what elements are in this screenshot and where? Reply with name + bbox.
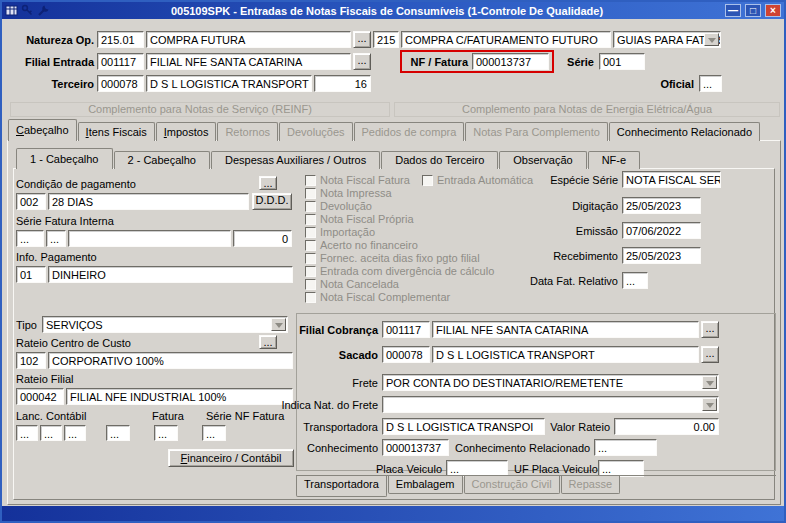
valor-rateio-field[interactable]: 0.00: [614, 418, 719, 435]
rateio-centro-custo-lookup-button[interactable]: ...: [259, 335, 277, 349]
close-button[interactable]: ×: [765, 4, 781, 17]
tab-dados-do-terceiro[interactable]: Dados do Terceiro: [381, 151, 498, 169]
tab-label: Notas Para Complemento: [473, 126, 600, 138]
ddd-button[interactable]: D.D.D.: [252, 193, 292, 210]
tab-transportadora[interactable]: Transportadora: [296, 476, 387, 497]
filial-entrada-desc-field[interactable]: FILIAL NFE SANTA CATARINA: [146, 53, 351, 70]
natureza-op-number-field[interactable]: 215: [373, 31, 399, 48]
checkbox-icon: [305, 201, 316, 212]
checkbox-label: Entrada com divergência de cálculo: [320, 265, 494, 277]
conhecimento-label: Conhecimento: [296, 442, 378, 454]
chevron-down-icon[interactable]: [702, 376, 717, 389]
data-fat-relativo-field[interactable]: ...: [622, 272, 648, 289]
tab-devolucoes: Devoluções: [279, 122, 352, 141]
tab-observacao[interactable]: Observação: [499, 151, 586, 169]
condicao-pagamento-lookup-button[interactable]: ...: [259, 176, 277, 190]
serie-field[interactable]: 001: [599, 53, 645, 70]
tab-despesas-auxiliares[interactable]: Despesas Auxiliares / Outros: [211, 151, 380, 169]
filial-entrada-lookup-button[interactable]: ...: [353, 53, 371, 70]
filial-cobranca-code-field[interactable]: 001117: [382, 321, 430, 338]
terceiro-desc-field[interactable]: D S L LOGISTICA TRANSPORT: [146, 75, 312, 92]
serie-fatura-field-4[interactable]: 0: [233, 230, 292, 247]
chevron-down-icon[interactable]: [702, 398, 717, 411]
conhecimento-field[interactable]: 000013737: [382, 439, 449, 456]
tab-impostos[interactable]: Impostos: [156, 122, 217, 141]
emissao-field[interactable]: 07/06/2022: [622, 222, 701, 239]
sacado-lookup-button[interactable]: ...: [701, 346, 719, 363]
rateio-centro-custo-desc-field[interactable]: CORPORATIVO 100%: [48, 352, 293, 369]
chevron-down-icon[interactable]: [271, 318, 286, 331]
checkbox-icon: [422, 175, 433, 186]
tab-2-cabecalho[interactable]: 2 - Cabeçalho: [114, 151, 211, 169]
filial-cobranca-label: Filial Cobrança: [296, 324, 378, 336]
serie-nf-fatura-field[interactable]: ...: [202, 425, 226, 441]
info-pagamento-label: Info. Pagamento: [16, 251, 97, 263]
guias-faturamento-select[interactable]: GUIAS PARA FATURAI: [613, 31, 721, 48]
condicao-pagamento-code-field[interactable]: 002: [16, 193, 46, 210]
tab-conhecimento-relacionado[interactable]: Conhecimento Relacionado: [609, 122, 760, 141]
transportadora-field[interactable]: D S L LOGISTICA TRANSPOI: [382, 418, 545, 435]
condicao-pagamento-desc-field[interactable]: 28 DIAS: [48, 193, 249, 210]
tab-notas-para-complemento: Notas Para Complemento: [465, 122, 608, 141]
frete-select[interactable]: POR CONTA DO DESTINATARIO/REMETENTE: [382, 374, 719, 391]
natureza-op-code-field[interactable]: 215.01: [97, 31, 144, 48]
tab-itens-fiscais[interactable]: Itens Fiscais: [78, 122, 155, 141]
tab-label: Dados do Terceiro: [395, 154, 484, 166]
checkbox-icon: [305, 279, 316, 290]
tab-embalagem[interactable]: Embalagem: [388, 476, 463, 494]
checkbox-importacao: Importação: [305, 226, 375, 238]
indica-nat-frete-select[interactable]: [382, 396, 719, 413]
sacado-desc-field[interactable]: D S L LOGISTICA TRANSPORT: [432, 346, 699, 363]
tipo-select[interactable]: SERVIÇOS: [42, 316, 288, 333]
tab-nfe[interactable]: NF-e: [588, 151, 640, 169]
tab-label: Pedidos de compra: [362, 126, 457, 138]
filial-cobranca-desc-field[interactable]: FILIAL NFE SANTA CATARINA: [432, 321, 699, 338]
chevron-down-icon[interactable]: [704, 33, 719, 46]
emissao-label: Emissão: [534, 225, 618, 237]
conhecimento-relacionado-field[interactable]: ...: [594, 439, 657, 456]
rateio-filial-code-field[interactable]: 000042: [16, 388, 64, 405]
checkbox-label: Nota Fiscal Fatura: [320, 174, 410, 186]
minimize-button[interactable]: —: [725, 4, 741, 17]
checkbox-nota-fiscal-complementar: Nota Fiscal Complementar: [305, 291, 450, 303]
app-window: 005109SPK - Entradas de Notas Fiscais de…: [0, 0, 786, 523]
button-label: Financeiro / Contábil: [169, 450, 293, 466]
terceiro-code-field[interactable]: 000078: [97, 75, 144, 92]
oficial-field[interactable]: ...: [699, 75, 722, 92]
serie-fatura-field-2[interactable]: ...: [46, 230, 66, 247]
lanc-contabil-field-3[interactable]: ...: [64, 425, 86, 441]
filial-entrada-code-field[interactable]: 001117: [97, 53, 144, 70]
serie-fatura-field-3[interactable]: [68, 230, 231, 247]
nf-fatura-field[interactable]: 000013737: [472, 53, 549, 70]
tab-1-cabecalho[interactable]: 1 - Cabeçalho: [16, 148, 113, 169]
especie-serie-field[interactable]: NOTA FISCAL SER: [622, 171, 721, 188]
digitacao-field[interactable]: 25/05/2023: [622, 197, 701, 214]
checkbox-nota-impressa: Nota Impressa: [305, 187, 392, 199]
rateio-filial-label: Rateio Filial: [16, 373, 73, 385]
rateio-centro-custo-code-field[interactable]: 102: [16, 352, 46, 369]
natureza-op-desc-field[interactable]: COMPRA FUTURA: [146, 31, 351, 48]
natureza-op-lookup-button[interactable]: ...: [353, 31, 371, 48]
rateio-filial-desc-field[interactable]: FILIAL NFE INDUSTRIAL 100%: [66, 388, 293, 405]
lanc-contabil-field-1[interactable]: ...: [16, 425, 38, 441]
sacado-code-field[interactable]: 000078: [382, 346, 430, 363]
checkbox-nota-fiscal-propria: Nota Fiscal Própria: [305, 213, 414, 225]
tab-cabecalho[interactable]: Cabeçalho: [8, 119, 77, 141]
serie-nf-fatura-label: Série NF Fatura: [206, 410, 284, 422]
recebimento-label: Recebimento: [534, 250, 618, 262]
lanc-contabil-field-4[interactable]: ...: [106, 425, 130, 441]
filial-cobranca-lookup-button[interactable]: ...: [701, 321, 719, 338]
info-pagamento-desc-field[interactable]: DINHEIRO: [48, 266, 293, 283]
serie-fatura-field-1[interactable]: ...: [16, 230, 44, 247]
natureza-op-type-field[interactable]: COMPRA C/FATURAMENTO FUTURO: [401, 31, 611, 48]
financeiro-contabil-button[interactable]: Financeiro / Contábil: [168, 449, 294, 467]
recebimento-field[interactable]: 25/05/2023: [622, 247, 701, 264]
terceiro-number-field[interactable]: 16: [314, 75, 371, 92]
checkbox-label: Acerto no financeiro: [320, 239, 418, 251]
maximize-button[interactable]: □: [745, 4, 761, 17]
data-fat-relativo-label: Data Fat. Relativo: [514, 275, 618, 287]
info-pagamento-code-field[interactable]: 01: [16, 266, 46, 283]
fatura-field[interactable]: ...: [154, 425, 178, 441]
key-icon: [21, 4, 34, 17]
lanc-contabil-field-2[interactable]: ...: [40, 425, 62, 441]
